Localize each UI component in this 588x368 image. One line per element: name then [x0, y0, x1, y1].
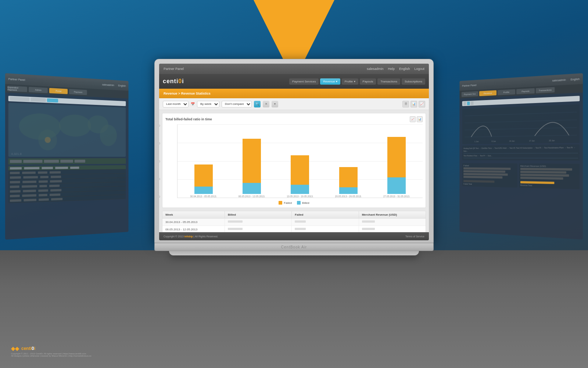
bg-right-nav4: Payouts	[516, 88, 535, 95]
laptop-screen: Partner Panel salesadmin Help English Lo…	[159, 64, 429, 240]
payment-services-btn[interactable]: Payment Services	[289, 78, 319, 85]
bar-blue-5	[387, 177, 406, 194]
app-footer: Copyright © 2013 infobip | All Rights Re…	[159, 232, 429, 240]
svg-text:8 Jun: 8 Jun	[492, 141, 496, 142]
bar-group-1: 30.04.2013 - 05.05.2013.	[190, 164, 217, 198]
infobip-brand: infobip	[184, 235, 193, 238]
chart-area: 30.04.2013 - 05.05.2013. 06.05.201	[177, 124, 423, 198]
bar-blue-1	[194, 187, 213, 194]
app-nav: centi0i Payment Services Revenue Profile…	[159, 74, 429, 89]
y-label-200: 200	[159, 124, 160, 127]
cell-billed-1	[225, 219, 292, 226]
partner-panel-label: Partner Panel	[164, 67, 184, 71]
revenue-btn[interactable]: Revenue	[320, 78, 340, 85]
bg-right-nav5: Transactions	[536, 87, 555, 93]
bg-map: 4,321.8	[8, 103, 126, 157]
bg-right-nav1: Payment Svc	[462, 91, 478, 97]
svg-rect-8	[465, 105, 577, 144]
bar-blue-4	[339, 187, 358, 194]
y-label-0: 0	[159, 195, 160, 198]
more-btn[interactable]: ▾	[272, 101, 278, 107]
search-btn[interactable]: 🔍	[254, 101, 261, 107]
chart-title-row: Total billed-failed ratio in time 📈 📊	[165, 116, 423, 122]
compare-select[interactable]: Don't compare	[222, 101, 252, 107]
bg-screen-right: Partner Panel salesadmin English Payment…	[459, 73, 583, 240]
transactions-btn[interactable]: Transactions	[377, 78, 400, 85]
bars-wrapper: 30.04.2013 - 05.05.2013. 06.05.201	[178, 124, 423, 198]
bar-orange-5	[387, 137, 406, 177]
chart-wrapper: 200 150 100 50 0	[165, 124, 423, 198]
bar-stack-4	[339, 167, 358, 194]
clear-btn[interactable]: ✕	[263, 101, 269, 107]
bar-stack-3	[291, 155, 309, 194]
legend-billed-label: Billed	[302, 201, 309, 205]
by-select[interactable]: By week	[197, 101, 219, 107]
bg-content-right: 1 Jun 8 Jun 14 Jun 17 Jun 22 Jun Analog …	[459, 92, 583, 192]
bar-view-btn[interactable]: 📈	[419, 101, 425, 107]
bar-orange-3	[291, 155, 309, 185]
bar-label-1: 30.04.2013 - 05.05.2013.	[190, 195, 217, 198]
logo-area: centi0i	[163, 78, 184, 85]
col-header-billed: Billed	[225, 211, 292, 218]
legend-failed-label: Failed	[284, 201, 292, 205]
filter-left: Last month 📅 By week Don't compare 🔍	[163, 101, 278, 107]
chart-title: Total billed-failed ratio in time	[165, 117, 212, 121]
brand-designer: All designs (unless otherwise created) b…	[11, 355, 92, 357]
table-view-btn[interactable]: ☰	[402, 101, 409, 107]
col-header-failed: Failed	[292, 211, 359, 218]
chart-legend: Failed Billed	[165, 201, 423, 205]
cell-failed-1	[292, 219, 359, 226]
header-nav: salesadmin Help English Logout	[367, 67, 424, 71]
bar-chart-btn[interactable]: 📊	[417, 116, 423, 122]
filter-bar: Last month 📅 By week Don't compare 🔍	[159, 98, 429, 110]
table-row: 06.05.2013 - 12.05.2013	[162, 226, 426, 232]
line-chart-btn[interactable]: 📈	[410, 116, 416, 122]
bg-right-nav2: Revenue	[479, 90, 496, 96]
laptop-base	[154, 243, 434, 251]
logo-highlight: 0	[178, 78, 182, 84]
bg-chart-right: 1 Jun 8 Jun 14 Jun 17 Jun 22 Jun	[462, 104, 580, 144]
y-label-50: 50	[159, 178, 160, 180]
brand-logo-text: centi0i	[21, 346, 35, 351]
bar-group-2: 06.05.2013 - 12.05.2013.	[239, 139, 265, 198]
cell-revenue-2	[359, 226, 426, 232]
y-label-150: 150	[159, 142, 160, 145]
data-table: Week Billed Failed Merchant Revenue (USD…	[162, 211, 426, 232]
chart-view-btns: 📈 📊	[410, 116, 423, 122]
profile-btn[interactable]: Profile	[342, 78, 358, 85]
filter-right: ☰ 📊 📈	[402, 101, 425, 107]
bar-stack-1	[194, 164, 213, 194]
bar-group-4: 20.05.2013 - 26.05.2013.	[335, 167, 362, 198]
bg-nav-expanded: Expanded Payment	[7, 86, 27, 92]
bar-label-4: 20.05.2013 - 26.05.2013.	[335, 195, 362, 198]
bg-screen-left: Partner Panel salesadmin English Expande…	[5, 73, 129, 240]
cell-week-1: 30.04.2013 - 05.05.2013	[162, 219, 225, 226]
help-link[interactable]: Help	[388, 67, 395, 71]
bg-nav-portal: Portal	[49, 88, 68, 94]
bg-nav-payment: Payment	[69, 89, 87, 95]
bg-right-nav3: Profile	[498, 89, 515, 95]
bar-label-2: 06.05.2013 - 12.05.2013.	[239, 195, 265, 198]
cell-failed-2	[292, 226, 359, 232]
terms-of-service-link[interactable]: Terms of Service	[405, 235, 424, 238]
payouts-btn[interactable]: Payouts	[360, 78, 376, 85]
table-header: Week Billed Failed Merchant Revenue (USD…	[162, 211, 426, 219]
laptop-foot	[169, 251, 419, 255]
bar-orange-4	[339, 167, 358, 187]
period-select[interactable]: Last month	[163, 101, 189, 107]
app-main-content: Revenue > Revenue Statistics Last month …	[159, 89, 429, 232]
english-link[interactable]: English	[399, 67, 410, 71]
bar-stack-2	[243, 139, 261, 194]
bar-label-5: 27.05.2013 - 31.05.2013.	[383, 195, 410, 198]
logout-link[interactable]: Logout	[414, 67, 424, 71]
svg-text:17 Jun: 17 Jun	[529, 140, 535, 142]
logo-text: centi0i	[163, 78, 184, 85]
salesadmin-link[interactable]: salesadmin	[367, 67, 384, 71]
breadcrumb-bar: Revenue > Revenue Statistics	[159, 89, 429, 98]
subscriptions-btn[interactable]: Subscriptions	[402, 78, 425, 85]
col-header-revenue: Merchant Revenue (USD)	[359, 211, 426, 218]
calendar-icon: 📅	[191, 102, 195, 106]
bg-table-left	[8, 165, 126, 203]
bar-blue-3	[291, 185, 309, 194]
chart-view-btn[interactable]: 📊	[410, 101, 417, 107]
